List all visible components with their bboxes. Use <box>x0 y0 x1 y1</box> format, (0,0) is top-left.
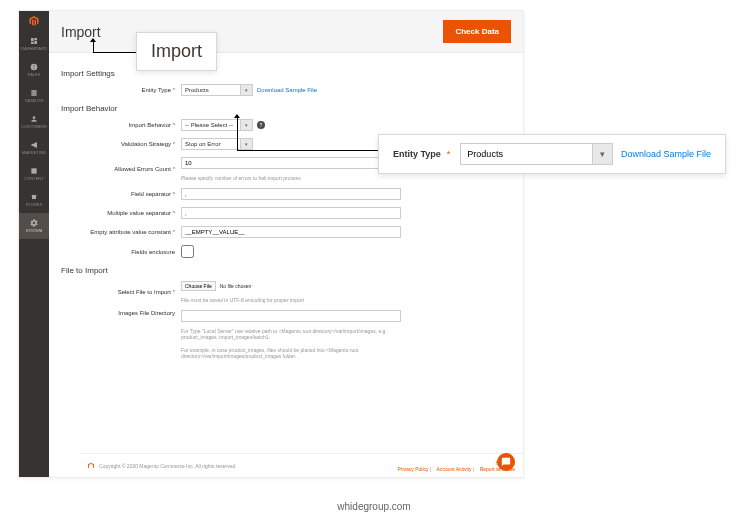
entity-type-select[interactable]: Products▾ <box>181 84 253 96</box>
section-import-settings: Import Settings <box>61 69 511 78</box>
section-file: File to Import <box>61 266 511 275</box>
nav-list: DASHBOARD SALES CATALOG CUSTOMERS MARKET… <box>19 31 49 239</box>
chat-icon[interactable] <box>497 453 515 471</box>
errors-input[interactable] <box>181 157 401 169</box>
import-behavior-select[interactable]: -- Please Select --▾ <box>181 119 253 131</box>
privacy-link[interactable]: Privacy Policy <box>397 466 428 472</box>
help-icon[interactable]: ? <box>257 121 265 129</box>
choose-file-button[interactable]: Choose File <box>181 281 216 291</box>
row-import-behavior: Import Behavior * -- Please Select --▾ ? <box>61 119 511 131</box>
enclosure-checkbox[interactable] <box>181 245 194 258</box>
check-data-button[interactable]: Check Data <box>443 20 511 43</box>
chevron-down-icon: ▾ <box>592 144 612 164</box>
row-img-dir: Images File Directory For Type "Local Se… <box>61 310 511 359</box>
download-sample-link[interactable]: Download Sample File <box>257 87 317 93</box>
main-panel: Import Check Data Import Settings Entity… <box>49 11 523 477</box>
nav-marketing[interactable]: MARKETING <box>19 135 49 161</box>
row-select-file: Select File to Import * Choose File No f… <box>61 281 511 303</box>
section-import-behavior: Import Behavior <box>61 104 511 113</box>
nav-catalog[interactable]: CATALOG <box>19 83 49 109</box>
nav-stores[interactable]: STORES <box>19 187 49 213</box>
chevron-down-icon: ▾ <box>240 85 252 95</box>
page-header: Import Check Data <box>49 11 523 53</box>
form-content: Import Settings Entity Type * Products▾ … <box>49 53 523 374</box>
watermark: whidegroup.com <box>0 501 748 512</box>
app-frame: DASHBOARD SALES CATALOG CUSTOMERS MARKET… <box>18 10 524 478</box>
row-empty-const: Empty attribute value constant * <box>61 226 511 238</box>
row-entity-type: Entity Type * Products▾ Download Sample … <box>61 84 511 96</box>
callout-import-title: Import <box>136 32 217 71</box>
file-status: No file chosen <box>220 283 252 289</box>
footer: Copyright © 2020 Magento Commerce Inc. A… <box>79 453 523 477</box>
admin-sidebar: DASHBOARD SALES CATALOG CUSTOMERS MARKET… <box>19 11 49 477</box>
row-field-sep: Field separator * <box>61 188 511 200</box>
row-multi-sep: Multiple value separator * <box>61 207 511 219</box>
magento-logo[interactable] <box>19 11 49 31</box>
empty-const-input[interactable] <box>181 226 401 238</box>
multi-sep-input[interactable] <box>181 207 401 219</box>
account-link[interactable]: Account Activity <box>437 466 472 472</box>
chevron-down-icon: ▾ <box>240 120 252 130</box>
nav-system[interactable]: SYSTEM <box>19 213 49 239</box>
nav-dashboard[interactable]: DASHBOARD <box>19 31 49 57</box>
nav-sales[interactable]: SALES <box>19 57 49 83</box>
nav-customers[interactable]: CUSTOMERS <box>19 109 49 135</box>
field-sep-input[interactable] <box>181 188 401 200</box>
validation-select[interactable]: Stop on Error▾ <box>181 138 253 150</box>
img-dir-input[interactable] <box>181 310 401 322</box>
nav-content[interactable]: CONTENT <box>19 161 49 187</box>
callout-entity-type: Entity Type * Products ▾ Download Sample… <box>378 134 726 174</box>
callout-entity-select[interactable]: Products ▾ <box>460 143 613 165</box>
magento-icon <box>87 462 95 470</box>
chevron-down-icon: ▾ <box>240 139 252 149</box>
callout-download-link[interactable]: Download Sample File <box>621 149 711 159</box>
row-enclosure: Fields enclosure <box>61 245 511 258</box>
